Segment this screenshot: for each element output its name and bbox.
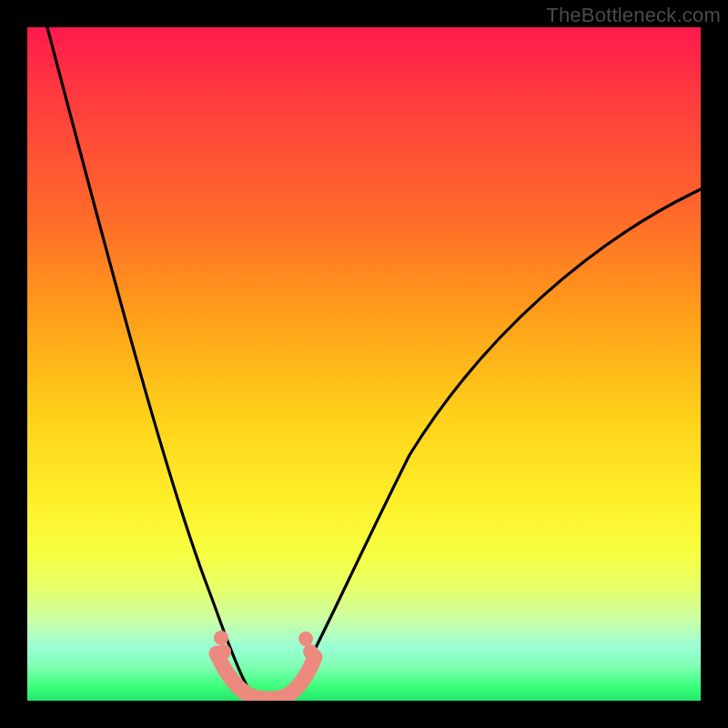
marker-band-path: [217, 653, 315, 699]
attribution-text: TheBottleneck.com: [546, 4, 721, 27]
marker-dot: [298, 632, 313, 646]
curve-path: [47, 27, 701, 700]
bottleneck-curve: [27, 27, 701, 701]
marker-dot: [217, 644, 231, 659]
marker-dot: [214, 631, 228, 645]
plot-frame: [27, 27, 701, 701]
marker-dot: [303, 644, 318, 659]
